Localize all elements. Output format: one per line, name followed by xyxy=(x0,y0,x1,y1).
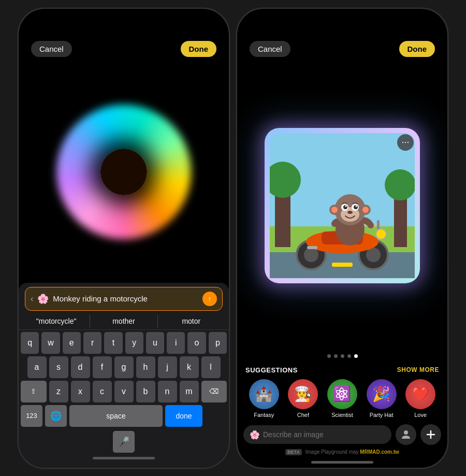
suggestions-section: SUGGESTIONS SHOW MORE 🏰 Fantasy 👨‍🍳 Chef… xyxy=(237,362,447,421)
key-c[interactable]: c xyxy=(93,381,112,402)
text-input-bar[interactable]: ‹ 🌸 Monkey riding a motorcycle ↑ xyxy=(25,287,223,311)
scientist-icon: ⚛️ xyxy=(327,379,357,409)
key-v[interactable]: v xyxy=(114,381,134,402)
dot-4 xyxy=(347,354,351,358)
suggestion-fantasy[interactable]: 🏰 Fantasy xyxy=(249,379,279,418)
key-u[interactable]: u xyxy=(146,332,164,354)
left-screen: Cancel Done ‹ 🌸 Monkey riding a motorcyc… xyxy=(19,9,229,468)
key-k[interactable]: k xyxy=(180,356,199,378)
right-done-button[interactable]: Done xyxy=(399,41,435,57)
key-x[interactable]: x xyxy=(71,381,90,402)
svg-rect-7 xyxy=(332,263,353,267)
fantasy-icon: 🏰 xyxy=(249,379,279,409)
key-g[interactable]: g xyxy=(114,356,134,378)
key-y[interactable]: y xyxy=(125,332,143,354)
right-cancel-button[interactable]: Cancel xyxy=(250,41,290,57)
chef-icon: 👨‍🍳 xyxy=(288,379,318,409)
key-m[interactable]: m xyxy=(180,381,199,402)
plus-icon xyxy=(426,429,436,440)
dot-2 xyxy=(334,354,338,358)
back-chevron-icon[interactable]: ‹ xyxy=(31,294,33,304)
key-shift[interactable]: ⇧ xyxy=(21,381,47,402)
beta-badge: BETA xyxy=(285,449,302,455)
key-i[interactable]: i xyxy=(167,332,185,354)
input-text-value[interactable]: Monkey riding a motorcycle xyxy=(53,294,198,303)
kb-bottom-row: 123 🌐 space done xyxy=(19,405,229,429)
microphone-icon[interactable]: 🎤 xyxy=(113,431,135,453)
home-indicator-right xyxy=(311,461,373,464)
right-screen: Cancel Done xyxy=(237,9,447,468)
key-h[interactable]: h xyxy=(136,356,155,378)
watermark: MRMAD.com.tw xyxy=(360,449,399,455)
dot-3 xyxy=(341,354,344,358)
svg-rect-14 xyxy=(307,246,317,249)
suggestion-scientist[interactable]: ⚛️ Scientist xyxy=(327,379,357,418)
suggestion-love[interactable]: ❤️ Love xyxy=(405,379,435,418)
svg-point-17 xyxy=(376,229,386,239)
svg-point-31 xyxy=(347,211,353,214)
globe-icon[interactable]: 🌐 xyxy=(45,405,67,427)
page-dots xyxy=(237,354,447,358)
key-s[interactable]: s xyxy=(49,356,68,378)
key-t[interactable]: t xyxy=(104,332,122,354)
svg-point-5 xyxy=(385,169,415,200)
keyboard-area: ‹ 🌸 Monkey riding a motorcycle ↑ "motorc… xyxy=(19,283,229,468)
dot-5-active xyxy=(354,354,358,358)
key-w[interactable]: w xyxy=(41,332,60,354)
key-j[interactable]: j xyxy=(158,356,177,378)
show-more-button[interactable]: SHOW MORE xyxy=(397,366,439,373)
dynamic-island-right xyxy=(311,16,373,34)
scientist-label: Scientist xyxy=(331,412,353,418)
suggestions-row: 🏰 Fantasy 👨‍🍳 Chef ⚛️ Scientist 🎉 Party … xyxy=(245,379,439,418)
suggestions-header: SUGGESTIONS SHOW MORE xyxy=(245,366,439,374)
key-n[interactable]: n xyxy=(158,381,177,402)
svg-point-30 xyxy=(356,205,357,207)
describe-input-wrap: 🌸 xyxy=(243,425,391,444)
key-e[interactable]: e xyxy=(63,332,81,354)
send-button[interactable]: ↑ xyxy=(202,292,217,306)
person-icon xyxy=(401,429,411,440)
key-q[interactable]: q xyxy=(21,332,39,354)
key-backspace[interactable]: ⌫ xyxy=(201,381,227,402)
right-phone: Cancel Done xyxy=(236,8,448,469)
suggestion-chef[interactable]: 👨‍🍳 Chef xyxy=(288,379,318,418)
key-b[interactable]: b xyxy=(136,381,155,402)
left-cancel-button[interactable]: Cancel xyxy=(31,41,72,57)
left-done-button[interactable]: Done xyxy=(181,41,217,57)
left-phone: Cancel Done ‹ 🌸 Monkey riding a motorcyc… xyxy=(18,8,230,469)
generated-image-card: ··· xyxy=(265,128,420,283)
beta-text: Image Playground may xyxy=(305,449,359,455)
fantasy-label: Fantasy xyxy=(254,412,274,418)
bottom-input-bar: 🌸 xyxy=(243,424,441,445)
describe-image-input[interactable] xyxy=(243,425,391,444)
key-l[interactable]: l xyxy=(201,356,221,378)
key-r[interactable]: r xyxy=(83,332,101,354)
autocomplete-item-1[interactable]: "motorcycle" xyxy=(23,315,90,327)
dot-1 xyxy=(327,354,331,358)
key-f[interactable]: f xyxy=(93,356,112,378)
orb-center xyxy=(100,149,147,195)
autocomplete-item-3[interactable]: motor xyxy=(158,315,225,327)
key-a[interactable]: a xyxy=(27,356,47,378)
svg-rect-16 xyxy=(377,220,380,229)
beta-bar: BETA Image Playground may MRMAD.com.tw xyxy=(237,448,447,458)
ai-input-icon: 🌸 xyxy=(37,293,49,305)
person-icon-button[interactable] xyxy=(396,424,416,445)
key-done[interactable]: done xyxy=(165,405,202,427)
add-button[interactable] xyxy=(420,424,441,445)
home-indicator-left xyxy=(93,457,155,459)
key-d[interactable]: d xyxy=(71,356,90,378)
more-options-button[interactable]: ··· xyxy=(397,134,414,151)
key-space[interactable]: space xyxy=(69,405,163,427)
key-123[interactable]: 123 xyxy=(21,405,42,427)
key-p[interactable]: p xyxy=(209,332,227,354)
autocomplete-item-2[interactable]: mother xyxy=(90,315,157,327)
kb-row-1: q w e r t y u i o p xyxy=(21,332,227,354)
key-o[interactable]: o xyxy=(187,332,206,354)
keyboard-rows: q w e r t y u i o p a s d f g h xyxy=(19,330,229,402)
ai-orb xyxy=(56,105,191,239)
key-z[interactable]: z xyxy=(49,381,68,402)
kb-row-3: ⇧ z x c v b n m ⌫ xyxy=(21,381,227,402)
suggestion-party-hat[interactable]: 🎉 Party Hat xyxy=(367,379,397,418)
orb-container xyxy=(19,61,229,283)
